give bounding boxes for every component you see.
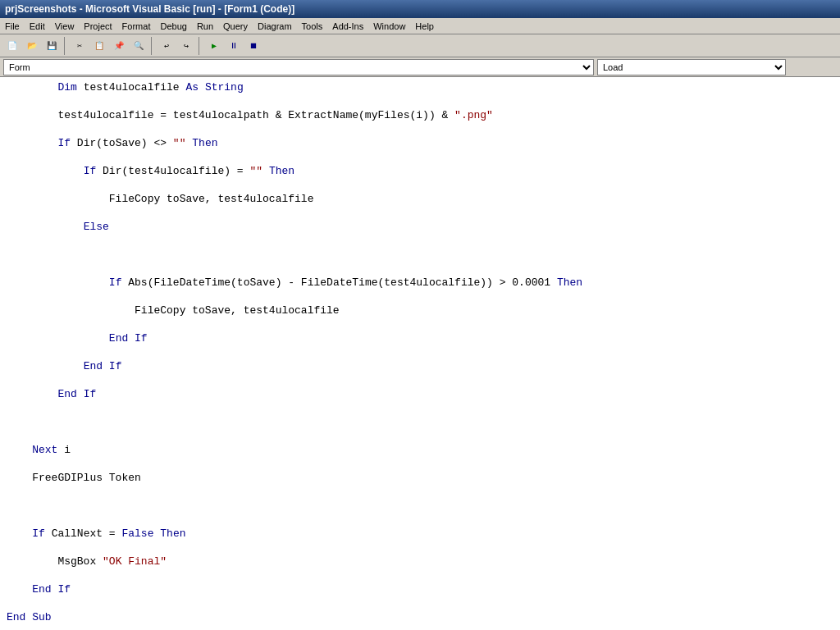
menu-bar: File Edit View Project Format Debug Run …	[0, 18, 840, 34]
menu-format[interactable]: Format	[117, 20, 156, 33]
title-bar: prjScreenshots - Microsoft Visual Basic …	[0, 0, 840, 18]
menu-window[interactable]: Window	[368, 20, 410, 33]
menu-run[interactable]: Run	[192, 20, 218, 33]
tb-sep3	[199, 37, 202, 55]
tb-copy[interactable]: 📋	[90, 37, 108, 55]
code-editor[interactable]: Dim test4ulocalfile As String test4uloca…	[0, 77, 840, 630]
tb-stop[interactable]: ⏹	[244, 37, 262, 55]
tb-sep1	[64, 37, 67, 55]
menu-tools[interactable]: Tools	[297, 20, 328, 33]
menu-addins[interactable]: Add-Ins	[327, 20, 368, 33]
menu-debug[interactable]: Debug	[155, 20, 191, 33]
form-selector[interactable]: Form	[3, 59, 594, 75]
tb-open[interactable]: 📂	[23, 37, 41, 55]
menu-project[interactable]: Project	[79, 20, 116, 33]
event-selector[interactable]: Load	[597, 59, 786, 75]
tb-save[interactable]: 💾	[43, 37, 61, 55]
tb-pause[interactable]: ⏸	[225, 37, 243, 55]
menu-file[interactable]: File	[0, 20, 25, 33]
menu-query[interactable]: Query	[218, 20, 253, 33]
menu-view[interactable]: View	[50, 20, 80, 33]
tb-undo[interactable]: ↩	[158, 37, 176, 55]
tb-cut[interactable]: ✂	[71, 37, 89, 55]
code-header: Form Load	[0, 57, 840, 77]
tb-run[interactable]: ▶	[205, 37, 223, 55]
menu-diagram[interactable]: Diagram	[253, 20, 297, 33]
tb-find[interactable]: 🔍	[130, 37, 148, 55]
title-text: prjScreenshots - Microsoft Visual Basic …	[5, 3, 294, 15]
tb-paste[interactable]: 📌	[110, 37, 128, 55]
tb-sep2	[151, 37, 154, 55]
menu-edit[interactable]: Edit	[25, 20, 50, 33]
toolbar: 📄 📂 💾 ✂ 📋 📌 🔍 ↩ ↪ ▶ ⏸ ⏹	[0, 34, 840, 57]
menu-help[interactable]: Help	[410, 20, 439, 33]
tb-redo[interactable]: ↪	[177, 37, 195, 55]
tb-new[interactable]: 📄	[3, 37, 21, 55]
